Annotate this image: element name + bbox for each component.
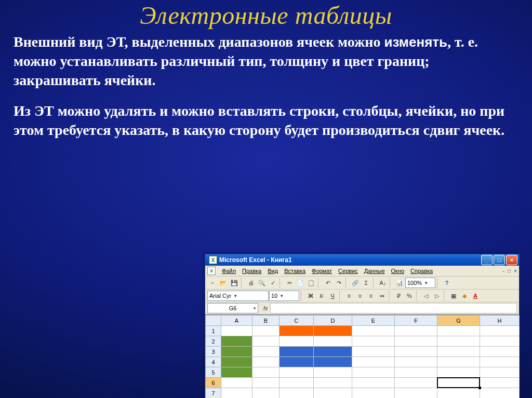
col-header-b[interactable]: B [252, 315, 280, 326]
font-name-combo[interactable]: Arial Cyr ▼ [207, 291, 269, 301]
spreadsheet-grid[interactable]: A B C D E F G H 1 [205, 314, 519, 398]
cell[interactable] [395, 378, 437, 388]
name-box[interactable]: G6 ▼ [207, 303, 258, 313]
cell[interactable] [395, 326, 437, 336]
menu-help[interactable]: Справка [407, 267, 436, 275]
cell[interactable] [480, 347, 520, 357]
cell[interactable] [314, 326, 352, 336]
cell[interactable] [314, 378, 352, 388]
cell[interactable] [280, 357, 314, 367]
document-icon[interactable] [207, 267, 216, 275]
spellcheck-icon[interactable]: ✓ [268, 278, 278, 288]
menu-insert[interactable]: Вставка [281, 267, 309, 275]
row-header-3[interactable]: 3 [206, 347, 221, 357]
paste-icon[interactable]: 📋 [306, 278, 316, 288]
print-preview-icon[interactable]: 🔍 [257, 278, 267, 288]
copy-icon[interactable]: 📄 [295, 278, 305, 288]
cell[interactable] [280, 388, 314, 399]
cell[interactable] [280, 367, 314, 378]
cell[interactable] [221, 388, 252, 399]
doc-max-icon[interactable]: □ [508, 268, 511, 274]
row-header-1[interactable]: 1 [206, 326, 221, 336]
cell[interactable] [280, 347, 314, 357]
save-icon[interactable]: 💾 [229, 278, 240, 288]
open-icon[interactable]: 📂 [218, 278, 229, 288]
cell[interactable] [480, 357, 520, 367]
row-header-2[interactable]: 2 [206, 336, 221, 347]
cell[interactable] [352, 336, 395, 347]
autosum-icon[interactable]: Σ [361, 278, 371, 288]
cell[interactable] [280, 378, 314, 388]
cell[interactable] [314, 347, 352, 357]
print-icon[interactable]: 🖨 [246, 278, 256, 288]
chart-wizard-icon[interactable]: 📊 [394, 278, 405, 288]
cell[interactable] [480, 336, 520, 347]
cell[interactable] [221, 336, 252, 347]
font-color-icon[interactable]: A [470, 291, 481, 301]
col-header-d[interactable]: D [314, 315, 352, 326]
cell[interactable] [280, 326, 314, 336]
cell[interactable] [280, 336, 314, 347]
indent-decrease-icon[interactable]: ◁ [421, 291, 431, 301]
cell[interactable] [221, 326, 252, 336]
fx-label[interactable]: fx [263, 305, 268, 311]
align-right-icon[interactable]: ≡ [366, 291, 376, 301]
currency-icon[interactable]: ₽ [393, 291, 404, 301]
zoom-combo[interactable]: 100% ▼ [405, 278, 435, 288]
row-header-6[interactable]: 6 [206, 378, 221, 388]
doc-close-icon[interactable]: × [514, 268, 517, 274]
cell[interactable] [437, 388, 480, 399]
menu-format[interactable]: Формат [309, 267, 335, 275]
new-doc-icon[interactable]: ▫ [207, 278, 218, 288]
menu-tools[interactable]: Сервис [335, 267, 361, 275]
col-header-g[interactable]: G [437, 315, 480, 326]
cell[interactable] [352, 347, 395, 357]
cell[interactable] [252, 378, 280, 388]
cell[interactable] [221, 367, 252, 378]
menu-view[interactable]: Вид [264, 267, 281, 275]
redo-icon[interactable]: ↷ [334, 278, 344, 288]
cut-icon[interactable]: ✂ [284, 278, 295, 288]
cell[interactable] [314, 336, 352, 347]
cell[interactable] [352, 388, 395, 399]
indent-increase-icon[interactable]: ▷ [432, 291, 442, 301]
cell[interactable] [437, 367, 480, 378]
cell[interactable] [252, 347, 280, 357]
menu-window[interactable]: Окно [388, 267, 408, 275]
col-header-f[interactable]: F [395, 315, 437, 326]
hyperlink-icon[interactable]: 🔗 [350, 278, 361, 288]
merge-center-icon[interactable]: ⇔ [377, 291, 387, 301]
percent-icon[interactable]: % [404, 291, 415, 301]
underline-button[interactable]: Ч [327, 291, 338, 301]
bold-button[interactable]: Ж [305, 291, 316, 301]
cell[interactable] [252, 326, 280, 336]
close-button[interactable]: × [506, 255, 517, 265]
borders-icon[interactable]: ▦ [448, 291, 459, 301]
formula-input[interactable] [270, 303, 517, 313]
undo-icon[interactable]: ↶ [323, 278, 333, 288]
col-header-a[interactable]: A [221, 315, 252, 326]
cell[interactable] [314, 357, 352, 367]
select-all-corner[interactable] [206, 315, 221, 326]
cell[interactable] [437, 326, 480, 336]
active-cell[interactable] [437, 378, 480, 388]
cell[interactable] [437, 347, 480, 357]
cell[interactable] [221, 378, 252, 388]
cell[interactable] [395, 367, 437, 378]
cell[interactable] [480, 378, 520, 388]
menu-data[interactable]: Данные [361, 267, 388, 275]
help-icon[interactable]: ? [442, 278, 452, 288]
cell[interactable] [480, 326, 520, 336]
excel-titlebar[interactable]: Microsoft Excel - Книга1 _ □ × [205, 254, 519, 266]
cell[interactable] [395, 347, 437, 357]
doc-restore-icon[interactable]: - [503, 268, 504, 274]
row-header-4[interactable]: 4 [206, 357, 221, 367]
cell[interactable] [252, 367, 280, 378]
italic-button[interactable]: К [316, 291, 327, 301]
col-header-c[interactable]: C [280, 315, 314, 326]
col-header-e[interactable]: E [352, 315, 395, 326]
cell[interactable] [252, 357, 280, 367]
cell[interactable] [314, 367, 352, 378]
cell[interactable] [352, 367, 395, 378]
cell[interactable] [395, 357, 437, 367]
